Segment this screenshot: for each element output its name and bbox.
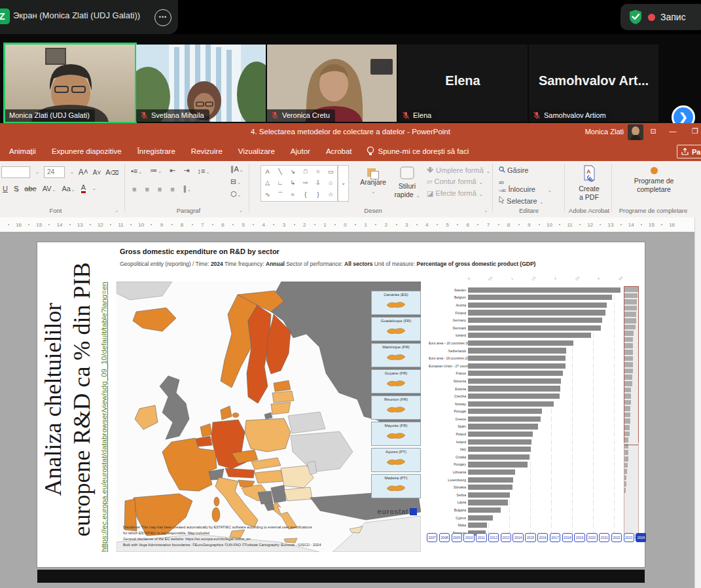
screen-share-tab[interactable]: Z Экран (Monica Zlati (UDJ Galati)) ••• xyxy=(0,0,178,34)
participant-display-name: Samohvalov Art... xyxy=(529,73,658,88)
shape-effects-button[interactable]: ◪ Efecte formă ⌄ xyxy=(427,189,483,198)
drawing-dialog-launcher-icon[interactable]: ⌟ xyxy=(484,207,487,213)
character-spacing-button[interactable]: AV⌄ xyxy=(43,185,56,193)
ribbon-tab[interactable]: Expunere diapozitive xyxy=(44,143,130,160)
video-tile-veronica[interactable]: Veronica Cretu xyxy=(267,45,397,122)
shape-icon[interactable]: ∿ xyxy=(265,191,270,198)
arrange-button[interactable]: Aranjare⌄ xyxy=(356,166,390,195)
security-shield-icon[interactable] xyxy=(628,9,643,25)
font-name-box[interactable] xyxy=(1,166,30,178)
bar-country-label: Sweden xyxy=(429,288,468,292)
align-center-icon[interactable]: ≡ xyxy=(145,185,149,193)
change-case-button[interactable]: Aa⌄ xyxy=(62,185,75,193)
font-color-button[interactable]: A xyxy=(81,183,86,193)
bar-row: Italy xyxy=(429,445,622,453)
strikethrough-button[interactable]: abe xyxy=(24,185,36,193)
create-pdf-button[interactable]: A Createa PDF xyxy=(571,165,607,202)
line-spacing-button[interactable]: ↕≡⌄ xyxy=(197,167,209,175)
text-shadow-button[interactable]: S xyxy=(14,185,18,193)
bar-track xyxy=(468,287,622,293)
lightbulb-icon xyxy=(367,146,374,156)
numbering-button[interactable]: ≔⌄ xyxy=(150,166,162,175)
shape-fill-button[interactable]: 🡻 Umplere formă ⌄ xyxy=(427,166,490,174)
quick-styles-button[interactable]: Stiluri rapide ⌄ xyxy=(391,166,423,199)
columns-button[interactable]: ∥⌄ xyxy=(183,185,191,193)
addins-button[interactable]: Programe decompletare xyxy=(618,165,690,194)
shape-icon[interactable]: ○ xyxy=(316,168,319,175)
ruler-number: 12 xyxy=(580,222,600,228)
clear-formatting-icon[interactable]: A⌫ xyxy=(105,168,118,176)
video-tile-samohvalov[interactable]: Samohvalov Art... Samohvalov Artiom xyxy=(529,45,658,122)
bar-track xyxy=(468,348,622,353)
select-button[interactable]: Selectare ⌄ xyxy=(499,196,543,205)
grow-font-icon[interactable]: A˄ xyxy=(79,168,88,177)
ribbon-display-options-icon[interactable]: ⊡ xyxy=(643,127,663,136)
slide-canvas[interactable]: Analiza cheltuieliloreuropene R&D ca % d… xyxy=(37,242,645,567)
bar-row: Poland xyxy=(429,430,622,438)
font-dialog-launcher-icon[interactable]: ⌟ xyxy=(115,207,118,213)
shape-icon[interactable]: ↳ xyxy=(291,179,296,186)
ribbon-tab[interactable]: Ajutor xyxy=(283,143,318,160)
font-size-box[interactable]: 24 xyxy=(44,166,65,178)
shape-icon[interactable]: ▭ xyxy=(328,168,334,175)
bar-country-label: Bulgaria xyxy=(429,508,468,512)
shape-icon[interactable]: ⌂ xyxy=(329,179,333,186)
horizontal-ruler[interactable]: 1615141312111098765432101234567891011121… xyxy=(0,217,701,232)
align-text-button[interactable]: ⊟⌄ xyxy=(230,177,241,186)
shape-icon[interactable]: ⇩ xyxy=(315,179,321,186)
ribbon-tab[interactable]: Revizuire xyxy=(183,143,230,160)
vertical-scrollbar[interactable] xyxy=(694,217,701,588)
shape-icon[interactable]: { xyxy=(304,191,306,198)
ribbon-tab[interactable]: Vizualizare xyxy=(230,143,283,160)
video-tile-svetlana[interactable]: Svetlana Mihaila xyxy=(136,45,266,122)
text-direction-button[interactable]: ∥A⌄ xyxy=(230,165,243,174)
bar-track xyxy=(468,416,622,422)
underline-button[interactable]: U xyxy=(3,185,8,193)
shape-icon[interactable]: ∟ xyxy=(278,179,283,186)
share-button[interactable]: Pa xyxy=(677,145,701,158)
shape-icon[interactable]: □ xyxy=(304,168,307,175)
bar-country-label: Italy xyxy=(429,447,468,451)
video-tile-elena[interactable]: Elena Elena xyxy=(398,45,528,122)
account-name[interactable]: Monica Zlati xyxy=(585,128,624,136)
shape-icon[interactable]: ╲ xyxy=(278,168,281,175)
align-left-icon[interactable]: ≡ xyxy=(132,185,136,193)
account-avatar[interactable] xyxy=(628,124,643,140)
bar-track xyxy=(468,401,622,407)
ribbon-tab[interactable]: Înregistrare xyxy=(130,143,183,160)
minimap-viewport[interactable] xyxy=(624,286,639,445)
replace-button[interactable]: ab⤷ac Înlocuire ⌄ xyxy=(499,177,552,193)
map-inset-label: Guadeloupe (FR) xyxy=(372,319,420,323)
increase-indent-icon[interactable]: ⇥ xyxy=(183,166,189,175)
more-options-icon[interactable]: ••• xyxy=(154,9,171,26)
shape-icon[interactable]: ↘ xyxy=(291,168,296,175)
convert-smartart-button[interactable]: ⬡⌄ xyxy=(230,190,241,198)
shape-icon[interactable]: ☆ xyxy=(328,191,333,198)
shape-icon[interactable]: A xyxy=(266,168,270,175)
restore-icon[interactable]: ❐ xyxy=(685,127,701,136)
bar-row: Euro area - 19 countries (2015-2022) xyxy=(429,354,622,362)
bar-rows: SwedenBelgiumAustriaFinlandGermanyDenmar… xyxy=(429,286,622,537)
tell-me-box[interactable]: Spune-mi ce dorești să faci xyxy=(360,146,469,156)
justify-icon[interactable]: ≡ xyxy=(170,185,174,193)
bullets-button[interactable]: •≡⌄ xyxy=(131,167,142,175)
decrease-indent-icon[interactable]: ⇤ xyxy=(170,166,175,175)
align-right-icon[interactable]: ≡ xyxy=(158,185,162,193)
shrink-font-icon[interactable]: A˅ xyxy=(93,169,101,176)
minimize-icon[interactable]: — xyxy=(663,127,683,135)
find-button[interactable]: Găsire xyxy=(499,166,528,174)
paragraph-dialog-launcher-icon[interactable]: ⌟ xyxy=(240,207,242,213)
shape-icon[interactable]: △ xyxy=(265,179,270,186)
bar-row: Croatia xyxy=(429,453,622,461)
chart-overview-minimap[interactable] xyxy=(624,286,639,538)
shapes-more-button[interactable]: ⌄ xyxy=(338,165,349,202)
shape-outline-button[interactable]: ▱ Contur formă ⌄ xyxy=(427,177,483,186)
video-tile-monica[interactable]: Monica Zlati (UDJ Galati) xyxy=(5,45,135,122)
ribbon-tab[interactable]: Acrobat xyxy=(318,143,360,160)
shape-icon[interactable]: ⌒ xyxy=(277,191,283,199)
shape-icon[interactable]: ≈ xyxy=(291,191,295,198)
ribbon-tab[interactable]: Animații xyxy=(1,143,44,160)
shape-icon[interactable]: ⇨ xyxy=(303,179,308,186)
shape-icon[interactable]: } xyxy=(317,191,319,198)
shapes-gallery[interactable]: A╲↘□○▭△∟↳⇨⇩⌂∿⌒≈{}☆ xyxy=(261,165,338,202)
